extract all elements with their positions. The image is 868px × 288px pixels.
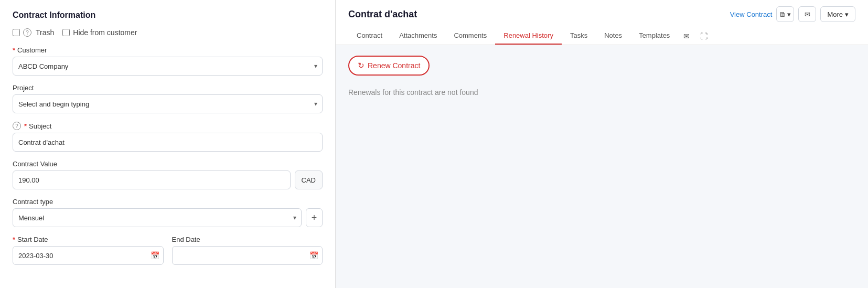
more-label: More <box>827 10 843 18</box>
contract-type-select-wrapper: Mensuel ▾ <box>13 208 302 227</box>
document-icon: 🗎 <box>779 10 786 18</box>
tab-attachments[interactable]: Attachments <box>391 27 445 45</box>
subject-required-star: * <box>24 122 27 130</box>
view-contract-link[interactable]: View Contract <box>730 10 773 18</box>
left-panel: Contract Information ? Trash Hide from c… <box>0 0 336 288</box>
customer-label: * Customer <box>13 46 323 54</box>
dropdown-arrow-icon: ▾ <box>787 10 791 18</box>
contract-value-field-group: Contract Value CAD <box>13 160 323 189</box>
right-header: Contrat d'achat View Contract 🗎 ▾ ✉ More… <box>336 0 868 45</box>
contract-value-input[interactable] <box>13 170 291 189</box>
end-date-label: End Date <box>172 236 323 243</box>
contract-type-row: Mensuel ▾ + <box>13 208 323 227</box>
trash-checkbox[interactable] <box>13 29 20 36</box>
contract-value-label: Contract Value <box>13 160 323 168</box>
trash-checkbox-item[interactable]: ? Trash <box>13 28 54 37</box>
customer-field-group: * Customer ABCD Company ▾ <box>13 46 323 76</box>
tab-tasks[interactable]: Tasks <box>562 27 596 45</box>
trash-help-icon: ? <box>23 28 31 37</box>
contract-type-label: Contract type <box>13 198 323 206</box>
subject-help-icon: ? <box>13 122 21 130</box>
tab-renewal-history[interactable]: Renewal History <box>495 27 562 45</box>
tab-comments[interactable]: Comments <box>445 27 495 45</box>
customer-required-star: * <box>13 46 15 54</box>
tab-templates[interactable]: Templates <box>630 27 678 45</box>
header-actions: View Contract 🗎 ▾ ✉ More ▾ <box>730 6 855 22</box>
hide-from-customer-checkbox-item[interactable]: Hide from customer <box>62 28 137 37</box>
customer-select-wrapper: ABCD Company ▾ <box>13 57 323 76</box>
subject-label: ? * Subject <box>13 122 323 130</box>
project-select-wrapper: Select and begin typing ▾ <box>13 94 323 113</box>
customer-select[interactable]: ABCD Company <box>13 57 323 76</box>
trash-label: Trash <box>36 28 54 37</box>
subject-field-group: ? * Subject <box>13 122 323 152</box>
tab-contract[interactable]: Contract <box>348 27 391 45</box>
start-date-input[interactable] <box>13 246 164 265</box>
start-date-label: * Start Date <box>13 236 164 243</box>
project-label: Project <box>13 84 323 92</box>
checkbox-row: ? Trash Hide from customer <box>13 28 323 37</box>
add-contract-type-button[interactable]: + <box>306 208 323 227</box>
document-icon-button[interactable]: 🗎 ▾ <box>776 6 794 22</box>
tab-expand-icon[interactable]: ⛶ <box>695 28 713 45</box>
right-panel: Contrat d'achat View Contract 🗎 ▾ ✉ More… <box>336 0 868 288</box>
tab-notes[interactable]: Notes <box>596 27 630 45</box>
hide-from-customer-checkbox[interactable] <box>62 29 70 36</box>
no-renewals-text: Renewals for this contract are not found <box>348 88 855 97</box>
renew-icon: ↻ <box>358 61 365 70</box>
contract-value-row: CAD <box>13 170 323 189</box>
right-content: ↻ Renew Contract Renewals for this contr… <box>336 45 868 288</box>
subject-input[interactable] <box>13 133 323 152</box>
date-row: * Start Date 📅 End Date 📅 <box>13 236 323 265</box>
currency-badge: CAD <box>295 170 323 189</box>
right-panel-title: Contrat d'achat <box>348 9 417 20</box>
renew-contract-button[interactable]: ↻ Renew Contract <box>348 56 430 76</box>
tab-email-icon[interactable]: ✉ <box>678 28 695 45</box>
contract-type-select[interactable]: Mensuel <box>13 208 302 227</box>
end-date-input[interactable] <box>172 246 323 265</box>
right-header-top: Contrat d'achat View Contract 🗎 ▾ ✉ More… <box>348 6 855 22</box>
dates-field-group: * Start Date 📅 End Date 📅 <box>13 236 323 265</box>
start-date-input-wrapper: 📅 <box>13 246 164 265</box>
more-chevron-icon: ▾ <box>845 10 849 18</box>
renew-contract-label: Renew Contract <box>368 61 420 70</box>
end-date-input-wrapper: 📅 <box>172 246 323 265</box>
email-icon: ✉ <box>805 10 810 18</box>
more-button[interactable]: More ▾ <box>820 6 855 22</box>
end-date-field: End Date 📅 <box>172 236 323 265</box>
start-date-field: * Start Date 📅 <box>13 236 164 265</box>
project-select[interactable]: Select and begin typing <box>13 94 323 113</box>
contract-type-field-group: Contract type Mensuel ▾ + <box>13 198 323 227</box>
project-field-group: Project Select and begin typing ▾ <box>13 84 323 113</box>
hide-from-customer-label: Hide from customer <box>73 28 137 37</box>
tabs-bar: ContractAttachmentsCommentsRenewal Histo… <box>348 27 855 45</box>
start-date-required-star: * <box>13 236 15 243</box>
email-icon-button[interactable]: ✉ <box>798 6 816 22</box>
left-panel-title: Contract Information <box>13 10 323 20</box>
